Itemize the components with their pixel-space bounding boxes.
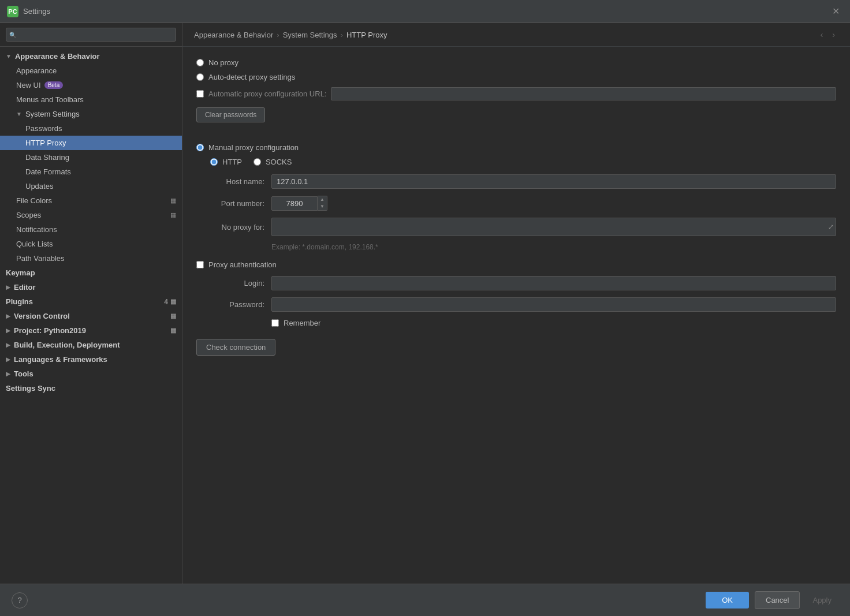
sidebar-item-build-exec[interactable]: ▶ Build, Execution, Deployment — [0, 338, 182, 352]
port-down-button[interactable]: ▼ — [318, 203, 327, 210]
app-icon: PC — [7, 6, 18, 17]
sidebar-item-menus-toolbars[interactable]: Menus and Toolbars — [0, 92, 182, 107]
password-label: Password: — [196, 300, 271, 309]
no-proxy-radio[interactable] — [196, 59, 204, 66]
sidebar-item-passwords[interactable]: Passwords — [0, 121, 182, 136]
ok-button[interactable]: OK — [706, 592, 749, 608]
sidebar-item-scopes[interactable]: Scopes ▦ — [0, 208, 182, 222]
proxy-auth-checkbox[interactable] — [196, 261, 204, 268]
content-area: Appearance & Behavior › System Settings … — [182, 23, 850, 584]
sidebar-section-appearance-behavior[interactable]: ▼ Appearance & Behavior — [0, 49, 182, 64]
sidebar-item-editor[interactable]: ▶ Editor — [0, 280, 182, 294]
sidebar-item-new-ui[interactable]: New UI Beta — [0, 78, 182, 92]
login-label: Login: — [196, 279, 271, 288]
clear-passwords-button[interactable]: Clear passwords — [196, 107, 265, 122]
sidebar-item-version-control[interactable]: ▶ Version Control ▦ — [0, 309, 182, 323]
sidebar-item-label: New UI — [16, 81, 41, 89]
search-input[interactable] — [6, 28, 176, 42]
sidebar-item-project-python[interactable]: ▶ Project: Python2019 ▦ — [0, 323, 182, 338]
sidebar-item-label: Menus and Toolbars — [16, 95, 84, 104]
auto-detect-radio[interactable] — [196, 73, 204, 81]
no-proxy-for-input[interactable] — [271, 218, 836, 236]
port-number-row: Port number: ▲ ▼ — [196, 196, 836, 211]
sidebar-item-data-sharing[interactable]: Data Sharing — [0, 150, 182, 165]
close-button[interactable]: ✕ — [829, 3, 843, 19]
proxy-auth-label: Proxy authentication — [208, 260, 277, 269]
help-button[interactable]: ? — [12, 592, 28, 608]
arrow-icon: ▶ — [6, 371, 10, 377]
nav-forward-button[interactable]: › — [829, 29, 838, 40]
sidebar-item-label: Tools — [14, 369, 33, 378]
sidebar: ▼ Appearance & Behavior Appearance New U… — [0, 23, 182, 584]
grid-icon: ▦ — [170, 312, 176, 320]
http-radio[interactable] — [210, 158, 218, 166]
nav-back-button[interactable]: ‹ — [817, 29, 827, 40]
manual-proxy-radio[interactable] — [196, 144, 204, 151]
remember-checkbox[interactable] — [271, 319, 279, 327]
no-proxy-label: No proxy — [208, 58, 238, 67]
arrow-icon: ▼ — [6, 53, 12, 59]
cancel-button[interactable]: Cancel — [755, 591, 800, 609]
sidebar-item-http-proxy[interactable]: HTTP Proxy — [0, 136, 182, 150]
password-input[interactable] — [271, 297, 836, 312]
sidebar-item-notifications[interactable]: Notifications — [0, 222, 182, 237]
proxy-auth-row: Proxy authentication — [196, 260, 836, 269]
sidebar-item-settings-sync[interactable]: Settings Sync — [0, 381, 182, 395]
beta-badge: Beta — [44, 81, 64, 89]
sidebar-item-label: Date Formats — [25, 167, 71, 176]
auto-config-row: Automatic proxy configuration URL: — [196, 87, 836, 100]
breadcrumb-part1: Appearance & Behavior — [194, 31, 273, 39]
sidebar-item-label: Notifications — [16, 225, 57, 234]
sidebar-item-label: Path Variables — [16, 254, 65, 263]
sidebar-subsection-system-settings[interactable]: ▼ System Settings — [0, 107, 182, 121]
sidebar-item-keymap[interactable]: Keymap — [0, 266, 182, 280]
sidebar-item-updates[interactable]: Updates — [0, 179, 182, 193]
plugins-count: 4 — [164, 298, 168, 306]
check-connection-button[interactable]: Check connection — [196, 339, 275, 356]
sidebar-item-appearance[interactable]: Appearance — [0, 64, 182, 78]
auto-config-url-input[interactable] — [331, 87, 836, 100]
sidebar-item-plugins[interactable]: Plugins 4 ▦ — [0, 294, 182, 309]
arrow-icon: ▶ — [6, 327, 10, 334]
sidebar-item-quick-lists[interactable]: Quick Lists — [0, 237, 182, 251]
password-row: Password: — [196, 297, 836, 312]
port-number-input[interactable] — [271, 196, 318, 211]
host-name-input[interactable] — [271, 174, 836, 189]
breadcrumb-sep2: › — [341, 31, 343, 39]
auto-config-checkbox[interactable] — [196, 90, 204, 98]
port-up-button[interactable]: ▲ — [318, 196, 327, 203]
sidebar-item-label: Build, Execution, Deployment — [14, 341, 120, 349]
arrow-icon: ▼ — [16, 111, 22, 117]
sidebar-item-date-formats[interactable]: Date Formats — [0, 165, 182, 179]
breadcrumb: Appearance & Behavior › System Settings … — [182, 23, 850, 47]
sidebar-item-label: Passwords — [25, 124, 62, 133]
sidebar-item-label: Keymap — [6, 268, 35, 277]
socks-radio[interactable] — [253, 158, 261, 166]
arrow-icon: ▶ — [6, 313, 10, 319]
sidebar-item-file-colors[interactable]: File Colors ▦ — [0, 193, 182, 208]
host-name-label: Host name: — [196, 177, 271, 186]
grid-icon: ▦ — [170, 298, 176, 305]
grid-icon: ▦ — [170, 197, 176, 204]
apply-button[interactable]: Apply — [806, 592, 838, 608]
socks-radio-group: SOCKS — [253, 158, 292, 166]
no-proxy-row: No proxy — [196, 58, 836, 67]
host-name-row: Host name: — [196, 174, 836, 189]
sidebar-item-label: HTTP Proxy — [25, 139, 66, 147]
sidebar-item-tools[interactable]: ▶ Tools — [0, 367, 182, 381]
manual-proxy-section: Manual proxy configuration HTTP SOCKS Ho — [196, 143, 836, 251]
sidebar-item-label: Languages & Frameworks — [14, 355, 107, 364]
socks-label: SOCKS — [266, 158, 292, 166]
breadcrumb-part2: System Settings — [283, 31, 337, 39]
sidebar-item-languages[interactable]: ▶ Languages & Frameworks — [0, 352, 182, 367]
sidebar-item-path-variables[interactable]: Path Variables — [0, 251, 182, 266]
expand-icon[interactable]: ⤢ — [828, 223, 834, 231]
sidebar-item-label: Scopes — [16, 211, 41, 219]
auto-detect-label: Auto-detect proxy settings — [208, 73, 295, 81]
sidebar-item-label: Updates — [25, 182, 53, 191]
auto-detect-row: Auto-detect proxy settings — [196, 73, 836, 81]
grid-icon: ▦ — [170, 211, 176, 219]
login-input[interactable] — [271, 276, 836, 290]
proxy-auth-section: Proxy authentication Login: Password: Re… — [196, 260, 836, 327]
sidebar-item-label: Plugins — [6, 297, 33, 306]
